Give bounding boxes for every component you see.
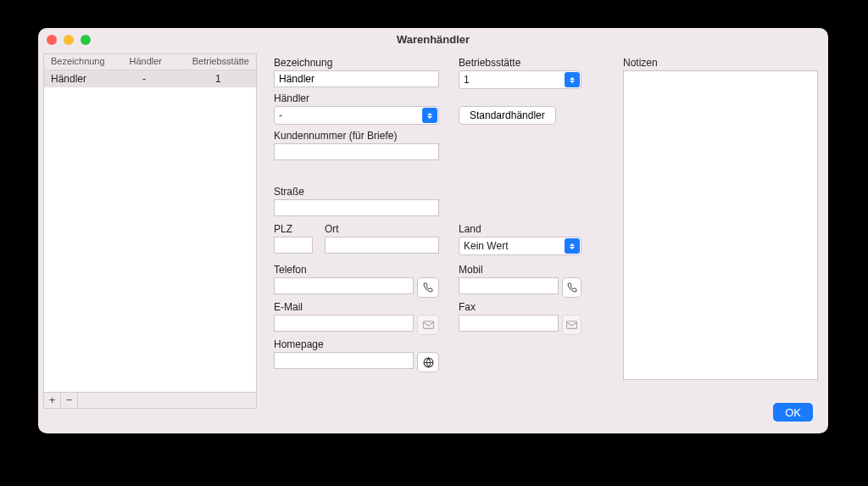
input-homepage[interactable]	[274, 352, 414, 369]
th-haendler[interactable]: Händler	[123, 54, 186, 70]
table-row[interactable]: Händler - 1	[44, 70, 256, 87]
add-button[interactable]: +	[44, 393, 61, 408]
select-land[interactable]: Kein Wert	[459, 237, 581, 255]
phone-icon	[423, 282, 433, 293]
input-plz[interactable]	[274, 237, 313, 254]
label-telefon: Telefon	[274, 264, 439, 276]
th-bezeichnung[interactable]: Bezeichnung	[44, 54, 123, 70]
label-betriebsstaette: Betriebsstätte	[459, 57, 581, 69]
label-email: E-Mail	[274, 301, 439, 313]
chevron-updown-icon	[422, 108, 437, 123]
th-betriebsstaette[interactable]: Betriebsstätte	[186, 54, 256, 70]
window: Warenhändler Bezeichnung Händler Betrieb…	[38, 28, 828, 433]
mail-icon	[423, 321, 434, 329]
send-fax-button[interactable]	[562, 315, 581, 335]
phone-icon	[567, 282, 577, 293]
input-bezeichnung[interactable]	[274, 70, 439, 87]
call-button[interactable]	[417, 277, 439, 298]
chevron-updown-icon	[565, 238, 580, 254]
input-email[interactable]	[274, 315, 414, 332]
input-telefon[interactable]	[274, 277, 414, 294]
window-title: Warenhändler	[397, 33, 470, 46]
close-icon[interactable]	[47, 35, 57, 45]
svg-rect-0	[423, 321, 433, 329]
label-haendler: Händler	[274, 92, 439, 104]
select-haendler[interactable]: -	[274, 106, 439, 125]
input-mobil[interactable]	[459, 277, 559, 294]
mail-icon	[566, 321, 577, 329]
input-strasse[interactable]	[274, 199, 439, 216]
minimize-icon[interactable]	[64, 35, 74, 45]
label-kundennummer: Kundennummer (für Briefe)	[274, 130, 439, 142]
globe-icon	[423, 357, 434, 368]
notes-panel: Notizen	[623, 57, 818, 383]
label-fax: Fax	[459, 301, 581, 313]
form: Bezeichnung Händler - Kundennummer (für …	[274, 57, 818, 391]
svg-rect-1	[567, 321, 577, 329]
ok-button[interactable]: OK	[773, 403, 813, 422]
open-homepage-button[interactable]	[417, 352, 439, 372]
chevron-updown-icon	[565, 72, 580, 87]
input-ort[interactable]	[325, 237, 439, 254]
titlebar: Warenhändler	[38, 28, 828, 52]
label-strasse: Straße	[274, 186, 439, 198]
select-haendler-value: -	[279, 109, 282, 121]
label-plz: PLZ	[274, 223, 321, 235]
select-betriebsstaette-value: 1	[464, 74, 470, 86]
cell-bezeichnung: Händler	[44, 73, 136, 85]
input-fax[interactable]	[459, 315, 559, 332]
window-controls	[47, 35, 91, 45]
send-email-button[interactable]	[417, 315, 439, 335]
table-footer: + −	[43, 393, 257, 409]
table-header: Bezeichnung Händler Betriebsstätte	[44, 54, 256, 70]
cell-haendler: -	[136, 73, 209, 85]
label-mobil: Mobil	[459, 264, 581, 276]
remove-button[interactable]: −	[61, 393, 78, 408]
maximize-icon[interactable]	[81, 35, 91, 45]
input-kundennummer[interactable]	[274, 143, 439, 160]
standard-dealer-button[interactable]: Standardhändler	[459, 106, 556, 125]
select-betriebsstaette[interactable]: 1	[459, 70, 581, 89]
label-bezeichnung: Bezeichnung	[274, 57, 439, 69]
label-homepage: Homepage	[274, 338, 439, 350]
call-mobile-button[interactable]	[562, 277, 581, 298]
label-ort: Ort	[325, 223, 439, 235]
input-notizen[interactable]	[623, 70, 818, 380]
label-land: Land	[459, 223, 581, 235]
content: Bezeichnung Händler Betriebsstätte Händl…	[38, 52, 828, 433]
dealer-table: Bezeichnung Händler Betriebsstätte Händl…	[43, 53, 257, 393]
label-notizen: Notizen	[623, 57, 818, 69]
select-land-value: Kein Wert	[464, 240, 508, 252]
cell-betriebsstaette: 1	[209, 73, 256, 85]
